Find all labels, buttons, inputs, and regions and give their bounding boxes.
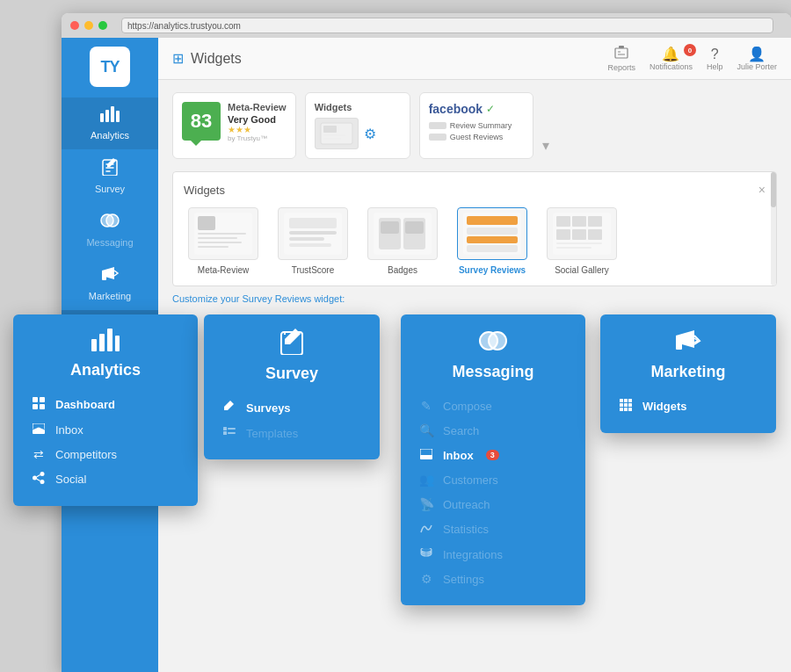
widgets-panel: Widgets × [172, 171, 777, 286]
messaging-menu-inbox[interactable]: Inbox 3 [415, 443, 571, 467]
svg-rect-17 [198, 237, 237, 239]
analytics-menu-dashboard[interactable]: Dashboard [27, 392, 184, 417]
statistics-label: Statistics [443, 523, 489, 536]
svg-rect-68 [420, 455, 432, 459]
svg-rect-42 [556, 242, 602, 244]
help-icon: ? [711, 47, 719, 62]
notification-badge: 0 [684, 44, 696, 56]
close-dot[interactable] [70, 21, 79, 30]
survey-icon [102, 158, 118, 180]
minimize-dot[interactable] [84, 21, 93, 30]
messaging-dropdown: Messaging ✎ Compose 🔍 Search Inbox 3 👥 C… [401, 314, 585, 605]
svg-rect-15 [198, 216, 215, 230]
svg-rect-28 [381, 221, 399, 234]
cards-dropdown-arrow[interactable]: ▾ [542, 92, 549, 159]
survey-menu-surveys[interactable]: Surveys [218, 395, 366, 421]
survey-reviews-thumb [457, 207, 527, 260]
svg-point-56 [40, 480, 45, 484]
sidebar-item-marketing[interactable]: Marketing [62, 257, 158, 310]
notifications-label: Notifications [649, 62, 693, 71]
svg-point-71 [421, 548, 432, 553]
social-label: Social [55, 473, 86, 486]
svg-rect-32 [467, 228, 518, 235]
svg-point-6 [106, 214, 119, 227]
customize-link[interactable]: Customize your Survey Reviews widget: [158, 286, 791, 311]
dashboard-icon [31, 397, 47, 412]
svg-rect-49 [40, 397, 45, 402]
inbox-icon [31, 423, 47, 437]
messaging-menu-search[interactable]: 🔍 Search [415, 418, 571, 443]
svg-rect-33 [467, 236, 518, 243]
reports-nav[interactable]: Reports [607, 46, 635, 72]
widgets-panel-close[interactable]: × [758, 183, 766, 197]
svg-line-58 [37, 479, 40, 481]
by-trustyou: by Trustyu™ [228, 134, 287, 142]
sidebar-item-analytics[interactable]: Analytics [62, 98, 158, 149]
survey-menu-templates[interactable]: Templates [218, 421, 366, 445]
facebook-logo: facebook [429, 102, 483, 116]
messaging-menu-customers[interactable]: 👥 Customers [415, 467, 571, 492]
sidebar-item-messaging[interactable]: Messaging [62, 203, 158, 257]
reports-label: Reports [607, 63, 635, 72]
fb-check: ✓ [486, 103, 495, 115]
help-nav[interactable]: ? Help [707, 47, 723, 71]
fb-item-1: Review Summary [429, 121, 524, 130]
compose-icon: ✎ [418, 399, 434, 413]
notifications-nav[interactable]: 🔔 Notifications 0 [649, 46, 693, 71]
svg-rect-22 [289, 231, 337, 235]
svg-rect-37 [572, 216, 586, 227]
header-widgets-icon: ⊞ [172, 50, 184, 67]
messaging-menu-outreach[interactable]: 📡 Outreach [415, 492, 571, 517]
messaging-menu-integrations[interactable]: Integrations [415, 542, 571, 567]
messaging-menu-compose[interactable]: ✎ Compose [415, 394, 571, 418]
inbox-label: Inbox [55, 423, 83, 437]
svg-rect-31 [467, 216, 518, 225]
url-bar[interactable]: https://analytics.trustyou.com [121, 18, 773, 33]
meta-review-info: Meta-Review Very Good ★★★ by Trustyu™ [228, 102, 287, 142]
meta-review-card[interactable]: 83 Meta-Review Very Good ★★★ by Trustyu™ [172, 92, 296, 159]
marketing-menu-widgets[interactable]: Widgets [614, 394, 762, 419]
svg-rect-1 [105, 110, 109, 122]
chevron-down-icon: ▾ [542, 137, 549, 154]
browser-titlebar: https://analytics.trustyou.com [62, 13, 791, 38]
messaging-dropdown-label: Messaging [452, 363, 533, 381]
messaging-menu-statistics[interactable]: Statistics [415, 517, 571, 542]
widget-option-meta-review[interactable]: Meta-Review [184, 207, 263, 275]
marketing-dropdown-icon [673, 329, 703, 359]
inbox-msg-label: Inbox [443, 449, 474, 462]
trustscore-thumb [278, 207, 348, 260]
expand-dot[interactable] [98, 21, 107, 30]
widget-option-badges[interactable]: Badges [363, 207, 442, 275]
analytics-menu-social[interactable]: Social [27, 466, 184, 492]
messaging-dropdown-icon [478, 329, 508, 359]
user-nav[interactable]: 👤 Julie Porter [737, 46, 777, 71]
social-gallery-thumb [547, 207, 617, 260]
logo: TY [90, 47, 130, 87]
svg-rect-80 [624, 408, 628, 411]
svg-rect-21 [289, 218, 337, 228]
survey-dropdown-label: Survey [265, 365, 318, 383]
fb-item-label-1: Review Summary [450, 121, 512, 130]
messaging-menu-settings[interactable]: ⚙ Settings [415, 567, 571, 591]
svg-rect-36 [556, 216, 570, 227]
widget-option-trustscore[interactable]: TrustScore [273, 207, 352, 275]
svg-rect-13 [323, 138, 341, 140]
dashboard-label: Dashboard [55, 398, 115, 411]
svg-rect-18 [198, 242, 242, 243]
svg-rect-76 [620, 403, 623, 407]
widgets-preview: ⚙ [315, 118, 401, 149]
fb-header: facebook ✓ [429, 102, 524, 116]
widget-option-social-gallery[interactable]: Social Gallery [542, 207, 621, 275]
svg-rect-2 [111, 106, 114, 122]
svg-rect-19 [198, 246, 229, 248]
scrollbar[interactable] [771, 172, 776, 285]
analytics-menu-competitors[interactable]: ⇄ Competitors [27, 442, 184, 466]
widgets-preview-card[interactable]: Widgets ⚙ [305, 92, 410, 159]
sidebar-item-survey[interactable]: Survey [62, 149, 158, 203]
svg-rect-74 [624, 399, 628, 402]
widget-option-survey-reviews[interactable]: Survey Reviews [453, 207, 532, 275]
facebook-card[interactable]: facebook ✓ Review Summary Gue [419, 92, 533, 159]
customers-icon: 👥 [418, 473, 434, 487]
analytics-menu-inbox[interactable]: Inbox [27, 417, 184, 442]
analytics-dropdown-header: Analytics [27, 329, 184, 379]
